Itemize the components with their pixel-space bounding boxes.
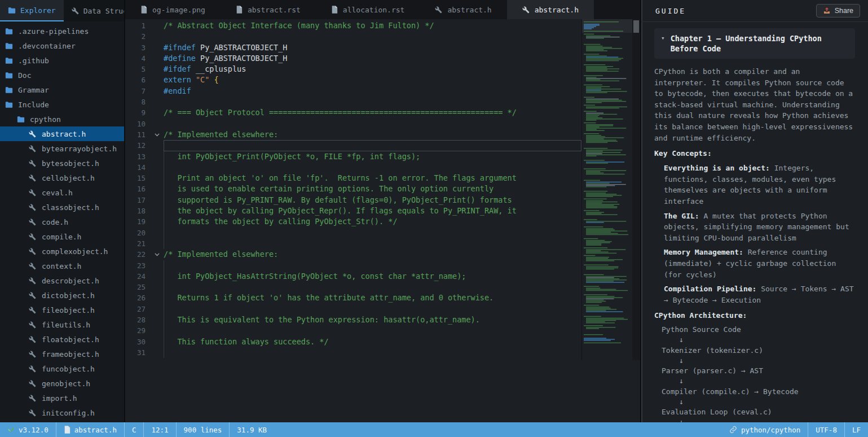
code-line-1[interactable]: 1/* Abstract Object Interface (many than… — [125, 20, 581, 31]
status-item-utf-8[interactable]: UTF-8 — [808, 422, 844, 437]
tree-item-Grammar[interactable]: Grammar — [0, 82, 124, 97]
tree-item-fileutils-h[interactable]: fileutils.h — [0, 317, 124, 332]
tree-item-Doc[interactable]: Doc — [0, 68, 124, 82]
line-content: int PyObject_Print(PyObject *o, FILE *fp… — [164, 151, 581, 162]
status-item-lf[interactable]: LF — [844, 422, 868, 437]
wrench-icon — [72, 7, 79, 15]
line-content — [164, 162, 581, 173]
editor-scrollbar-thumb[interactable] — [633, 20, 639, 33]
line-content — [164, 304, 581, 314]
tree-item-label: initconfig.h — [42, 409, 95, 417]
code-line-18[interactable]: 18 the object by calling PyObject_Repr()… — [125, 206, 581, 216]
status-item-31.9-kb[interactable]: 31.9 KB — [229, 422, 274, 437]
tree-item-dictobject-h[interactable]: dictobject.h — [0, 288, 124, 303]
tree-item-label: import.h — [42, 394, 77, 403]
status-item-c[interactable]: C — [124, 422, 144, 437]
status-item-v3.12.0[interactable]: v3.12.0 — [0, 422, 56, 437]
code-line-21[interactable]: 21 — [125, 238, 581, 249]
tree-item-Include[interactable]: Include — [0, 97, 124, 112]
status-item-12-1[interactable]: 12:1 — [143, 422, 175, 437]
code-line-13[interactable]: 13 int PyObject_Print(PyObject *o, FILE … — [125, 151, 581, 162]
code-line-2[interactable]: 2 — [125, 31, 581, 42]
tree-item-label: ceval.h — [42, 189, 73, 197]
editor-tab-4-abstract-h[interactable]: abstract.h — [507, 0, 594, 19]
tree-item-fileobject-h[interactable]: fileobject.h — [0, 303, 124, 317]
code-line-27[interactable]: 27 — [125, 304, 581, 314]
tree-item-compile-h[interactable]: compile.h — [0, 229, 124, 244]
code-line-24[interactable]: 24 int PyObject_HasAttrString(PyObject *… — [125, 271, 581, 282]
tree-item-devcontainer[interactable]: .devcontainer — [0, 38, 124, 53]
code-line-19[interactable]: 19 formats the object by calling PyObjec… — [125, 216, 581, 227]
code-line-8[interactable]: 8 — [125, 97, 581, 107]
line-number: 22 — [125, 249, 150, 260]
code-line-16[interactable]: 16 is used to enable certain printing op… — [125, 183, 581, 194]
code-line-31[interactable]: 31 — [125, 347, 581, 358]
tree-item-floatobject-h[interactable]: floatobject.h — [0, 332, 124, 347]
code-line-30[interactable]: 30 This function always succeeds. */ — [125, 337, 581, 347]
sidebar-tab-data-structur[interactable]: Data Structur — [64, 0, 124, 21]
editor-scrollbar[interactable] — [632, 19, 640, 360]
code-line-10[interactable]: 10 — [125, 119, 581, 129]
code-line-28[interactable]: 28 This is equivalent to the Python expr… — [125, 314, 581, 325]
tree-item-funcobject-h[interactable]: funcobject.h — [0, 361, 124, 376]
tree-item-genobject-h[interactable]: genobject.h — [0, 376, 124, 391]
code-line-22[interactable]: 22/* Implemented elsewhere: — [125, 249, 581, 260]
tree-item-code-h[interactable]: code.h — [0, 215, 124, 229]
share-icon — [823, 7, 831, 15]
code-line-15[interactable]: 15 Print an object 'o' on file 'fp'. Ret… — [125, 173, 581, 183]
tree-item-cellobject-h[interactable]: cellobject.h — [0, 171, 124, 185]
editor-tab-1-abstract-rst[interactable]: abstract.rst — [221, 0, 316, 19]
tree-item-label: .azure-pipelines — [18, 27, 89, 36]
fold-chevron-icon[interactable] — [150, 249, 164, 260]
share-button[interactable]: Share — [816, 4, 860, 18]
code-line-23[interactable]: 23 — [125, 260, 581, 271]
guide-content[interactable]: ▾ Chapter 1 — Understanding CPython Befo… — [641, 22, 868, 422]
code-line-17[interactable]: 17 supported is Py_PRINT_RAW. By default… — [125, 195, 581, 206]
code-line-11[interactable]: 11/* Implemented elsewhere: — [125, 129, 581, 140]
tree-item-complexobject-h[interactable]: complexobject.h — [0, 244, 124, 259]
tree-item-ceval-h[interactable]: ceval.h — [0, 185, 124, 200]
code-line-7[interactable]: 7#endif — [125, 86, 581, 97]
code-line-6[interactable]: 6extern "C" { — [125, 75, 581, 85]
code-line-9[interactable]: 9/* === Object Protocol ================… — [125, 107, 581, 118]
status-item-900-lines[interactable]: 900 lines — [176, 422, 230, 437]
tree-item-classobject-h[interactable]: classobject.h — [0, 200, 124, 215]
tree-item-descrobject-h[interactable]: descrobject.h — [0, 273, 124, 288]
wrench-icon — [29, 130, 37, 138]
tree-item-azure-pipelines[interactable]: .azure-pipelines — [0, 24, 124, 38]
code-line-3[interactable]: 3#ifndef Py_ABSTRACTOBJECT_H — [125, 42, 581, 53]
code-area[interactable]: 1/* Abstract Object Interface (many than… — [125, 19, 581, 360]
sidebar-tab-explorer[interactable]: Explorer — [0, 0, 64, 21]
line-content — [164, 140, 581, 151]
chapter-collapse-icon[interactable]: ▾ — [661, 33, 665, 54]
editor-tab-3-abstract-h[interactable]: abstract.h — [420, 0, 506, 19]
tree-item-bytesobject-h[interactable]: bytesobject.h — [0, 156, 124, 171]
sidebar-tab-label: Data Structur — [83, 7, 124, 15]
code-line-32[interactable]: 32 — [125, 358, 581, 360]
tree-item-abstract-h[interactable]: abstract.h — [0, 126, 124, 141]
tree-item-initconfig-h[interactable]: initconfig.h — [0, 405, 124, 420]
line-number: 23 — [125, 260, 150, 271]
tree-item-frameobject-h[interactable]: frameobject.h — [0, 347, 124, 361]
code-line-5[interactable]: 5#ifdef __cplusplus — [125, 64, 581, 75]
minimap[interactable] — [581, 19, 632, 360]
code-line-20[interactable]: 20 — [125, 228, 581, 238]
code-line-29[interactable]: 29 — [125, 325, 581, 336]
status-item-abstract.h[interactable]: abstract.h — [56, 422, 124, 437]
editor-tab-2-allocation-rst[interactable]: allocation.rst — [316, 0, 420, 19]
code-line-14[interactable]: 14 — [125, 162, 581, 173]
tree-item-github[interactable]: .github — [0, 53, 124, 68]
tree-item-context-h[interactable]: context.h — [0, 259, 124, 273]
code-line-4[interactable]: 4#define Py_ABSTRACTOBJECT_H — [125, 53, 581, 64]
code-line-26[interactable]: 26 Returns 1 if object 'o' has the attri… — [125, 292, 581, 303]
editor-tab-0-og-image-png[interactable]: og-image.png — [125, 0, 221, 19]
code-line-25[interactable]: 25 — [125, 282, 581, 292]
code-line-12[interactable]: 12 — [125, 140, 581, 151]
tree-item-bytearrayobject-h[interactable]: bytearrayobject.h — [0, 141, 124, 156]
app-window: ExplorerData Structur .azure-pipelines.d… — [0, 0, 868, 422]
tree-item-cpython[interactable]: cpython — [0, 112, 124, 126]
fold-chevron-icon[interactable] — [150, 129, 164, 140]
chapter-header[interactable]: ▾ Chapter 1 — Understanding CPython Befo… — [654, 28, 855, 59]
status-item-python-cpython[interactable]: python/cpython — [722, 422, 808, 437]
tree-item-import-h[interactable]: import.h — [0, 391, 124, 405]
